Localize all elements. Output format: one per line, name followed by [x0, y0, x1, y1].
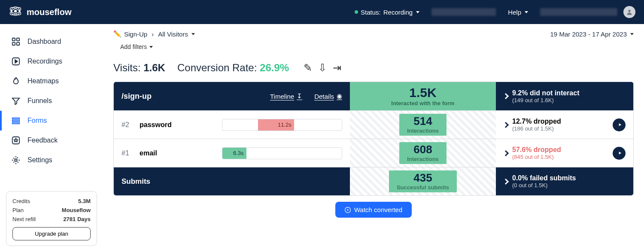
visits-label: Visits:	[113, 62, 141, 73]
plan-info-box: Credits5.3M PlanMouseflow Next refill278…	[6, 191, 97, 246]
sort-icon: ↧	[297, 92, 302, 100]
status-label: Status:	[361, 9, 381, 16]
form-path: /sign-up	[122, 92, 152, 101]
brand-name: mouseflow	[27, 7, 71, 17]
timeline-fill: 11.2s	[258, 119, 294, 131]
download-icon[interactable]: ⇩	[318, 62, 327, 74]
form-edit-icon: ✏️	[113, 30, 122, 38]
timeline-bar: 6.3s	[222, 147, 342, 159]
account-name[interactable]	[540, 8, 617, 16]
chevron-down-icon	[630, 33, 634, 35]
nav-label: Funnels	[27, 97, 52, 105]
nav-label: Recordings	[27, 58, 62, 65]
form-header-row: /sign-up Timeline ↧ Details ◉ 1.5K	[114, 82, 633, 110]
website-selector[interactable]	[431, 8, 496, 16]
svg-rect-11	[12, 120, 20, 121]
svg-point-4	[628, 10, 630, 12]
timeline-fill: 6.3s	[222, 148, 246, 159]
watch-converted-button[interactable]: Watch converted	[335, 202, 412, 218]
field-interactions-count: 608	[407, 144, 439, 155]
field-drop-sub: (845 out of 1.5K)	[512, 154, 561, 160]
date-range-picker[interactable]: 19 Mar 2023 - 17 Apr 2023	[550, 30, 634, 38]
nav-dashboard[interactable]: Dashboard	[0, 32, 103, 52]
credits-label: Credits	[12, 198, 30, 204]
conversion-label: Conversion Rate:	[177, 62, 257, 73]
upgrade-plan-button[interactable]: Upgrade plan	[12, 227, 91, 240]
not-interact-line: 9.2% did not interact	[512, 89, 579, 97]
gauge-icon: ◉	[337, 92, 342, 100]
plan-value: Mouseflow	[62, 207, 91, 213]
interacted-label: Interacted with the form	[391, 100, 454, 106]
gear-icon	[11, 155, 21, 165]
svg-rect-12	[12, 123, 20, 124]
breadcrumb-form-name: Sign-Up	[124, 30, 147, 38]
play-recordings-button[interactable]	[613, 147, 626, 160]
brand-logo[interactable]: mouseflow	[9, 4, 71, 20]
svg-rect-7	[12, 43, 15, 45]
nav-recordings[interactable]: Recordings	[0, 52, 103, 71]
timeline-toggle[interactable]: Timeline ↧	[270, 92, 302, 100]
breadcrumb-form[interactable]: ✏️ Sign-Up	[113, 30, 147, 38]
nav-feedback[interactable]: Feedback	[0, 131, 103, 150]
main-content: ✏️ Sign-Up › All Visitors 19 Mar 2023 - …	[103, 24, 644, 252]
nav-funnels[interactable]: Funnels	[0, 91, 103, 111]
nav-heatmaps[interactable]: Heatmaps	[0, 71, 103, 91]
logo-icon	[9, 4, 22, 20]
svg-rect-5	[12, 38, 15, 41]
chevron-right-icon	[503, 93, 509, 99]
details-label-text: Details	[314, 93, 334, 100]
svg-rect-6	[17, 38, 19, 41]
nav-forms[interactable]: Forms	[0, 111, 103, 131]
field-rank: #2	[122, 121, 132, 129]
failed-submits-line: 0.0% failed submits	[512, 174, 576, 182]
svg-point-3	[15, 10, 17, 12]
nav-label: Heatmaps	[27, 77, 59, 85]
breadcrumb-separator: ›	[152, 30, 154, 38]
form-footer-row: Submits 435 Successful submits 0.0% fail…	[114, 167, 633, 195]
field-name: email	[140, 149, 157, 157]
field-drop-sub: (186 out of 1.5K)	[512, 125, 561, 132]
field-interactions-label: Interactions	[407, 156, 439, 162]
interacted-count: 1.5K	[409, 86, 436, 99]
edit-icon[interactable]: ✎	[304, 62, 312, 74]
grid-icon	[11, 37, 21, 46]
date-range-label: 19 Mar 2023 - 17 Apr 2023	[550, 30, 627, 38]
star-badge-icon	[11, 136, 21, 145]
nav-label: Forms	[27, 117, 47, 124]
refill-value: 2781 Days	[63, 216, 91, 222]
not-interact-sub: (149 out of 1.6K)	[512, 97, 579, 103]
timeline-label-text: Timeline	[270, 93, 294, 100]
chevron-right-icon	[503, 121, 509, 128]
status-dropdown[interactable]: Status: Recording	[355, 9, 419, 16]
field-interactions-count: 514	[407, 115, 439, 127]
segment-label: All Visitors	[158, 30, 188, 38]
details-toggle[interactable]: Details ◉	[314, 92, 342, 100]
play-recordings-button[interactable]	[613, 118, 626, 131]
nav-label: Dashboard	[27, 38, 61, 46]
plan-label: Plan	[12, 207, 24, 213]
breadcrumb-bar: ✏️ Sign-Up › All Visitors 19 Mar 2023 - …	[113, 30, 634, 38]
credits-value: 5.3M	[78, 198, 91, 204]
redacted-text	[431, 8, 496, 16]
sidebar: Dashboard Recordings Heatmaps Funnels Fo…	[0, 24, 103, 252]
segment-dropdown[interactable]: All Visitors	[158, 30, 195, 38]
status-dot-icon	[355, 10, 358, 14]
submits-count: 435	[397, 172, 449, 183]
avatar[interactable]	[623, 6, 635, 18]
svg-point-14	[15, 159, 17, 161]
export-icon[interactable]: ⇥	[333, 62, 341, 74]
funnel-icon	[11, 96, 21, 106]
conversion-value: 26.9%	[260, 62, 289, 73]
nav-settings[interactable]: Settings	[0, 150, 103, 170]
form-field-row: #1 email 6.3s 608 Interactions 57.6% dro…	[114, 139, 633, 167]
play-circle-icon	[345, 207, 351, 213]
redacted-text	[540, 8, 617, 16]
chevron-down-icon	[525, 11, 528, 13]
top-header: mouseflow Status: Recording Help	[0, 0, 644, 24]
nav-label: Feedback	[27, 137, 58, 144]
help-dropdown[interactable]: Help	[508, 9, 528, 16]
submits-label: Submits	[122, 177, 150, 186]
form-field-row: #2 password 11.2s 514 Interactions 12.7%…	[114, 110, 633, 139]
add-filters-button[interactable]: Add filters	[120, 43, 153, 50]
form-report-table: /sign-up Timeline ↧ Details ◉ 1.5K	[113, 82, 634, 196]
